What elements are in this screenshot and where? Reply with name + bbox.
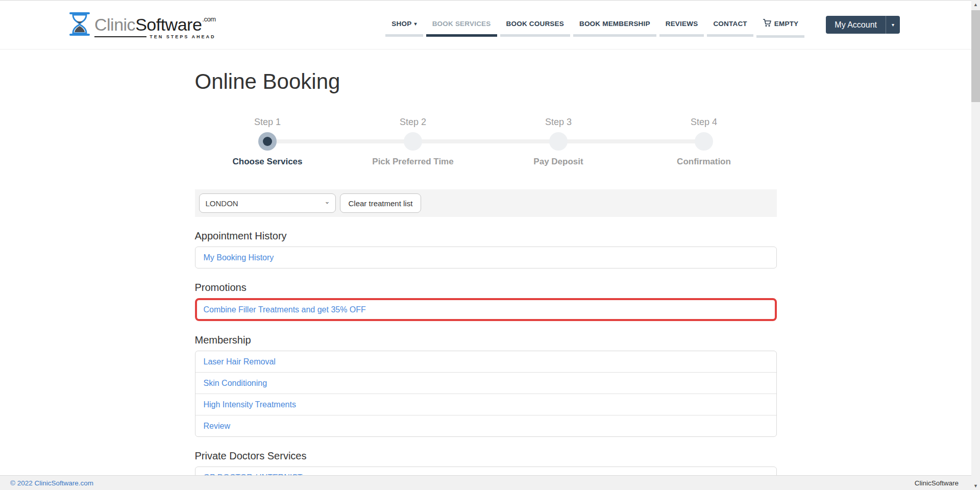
membership-heading: Membership xyxy=(195,333,777,347)
scroll-down-arrow-icon[interactable]: ▼ xyxy=(971,481,980,490)
nav-item-book-courses[interactable]: BOOK COURSES xyxy=(500,13,570,37)
list-item[interactable]: Review xyxy=(195,415,776,436)
logo-tld: .com xyxy=(202,15,215,23)
promotion-filler-link[interactable]: Combine Filler Treatments and get 35% OF… xyxy=(204,304,366,315)
list-item[interactable]: Skin Conditioning xyxy=(195,373,776,394)
high-intensity-treatments-link[interactable]: High Intensity Treatments xyxy=(204,399,296,410)
page-title: Online Booking xyxy=(195,50,777,93)
hourglass-icon xyxy=(69,12,90,38)
vertical-scrollbar[interactable]: ▲ ▼ xyxy=(971,0,980,490)
my-account-label[interactable]: My Account xyxy=(826,16,886,34)
step-3-pay-deposit: Step 3 Pay Deposit xyxy=(486,116,631,168)
nav-item-book-services[interactable]: BOOK SERVICES xyxy=(426,13,497,37)
nav-item-shop[interactable]: SHOP ▾ xyxy=(385,13,423,37)
scroll-up-arrow-icon[interactable]: ▲ xyxy=(971,0,980,9)
step-3-circle xyxy=(549,132,568,151)
review-link[interactable]: Review xyxy=(204,421,230,431)
main-content: Online Booking Step 1 Choose Services St… xyxy=(195,50,777,488)
logo-tagline: TEN STEPS AHEAD xyxy=(150,34,215,39)
appointment-history-heading: Appointment History xyxy=(195,229,777,242)
private-doctors-heading: Private Doctors Services xyxy=(195,449,777,462)
caret-down-icon: ▾ xyxy=(892,22,894,28)
promotions-box-highlighted: Combine Filler Treatments and get 35% OF… xyxy=(195,298,777,321)
booking-stepper: Step 1 Choose Services Step 2 Pick Prefe… xyxy=(195,116,777,168)
step-2-circle xyxy=(404,132,422,151)
my-booking-history-link[interactable]: My Booking History xyxy=(204,252,274,263)
step-4-confirmation: Step 4 Confirmation xyxy=(631,116,777,168)
logo-wordmark: ClinicSoftware.com xyxy=(94,10,215,34)
nav-item-contact[interactable]: CONTACT xyxy=(707,13,753,37)
scrollbar-thumb[interactable] xyxy=(971,10,980,102)
header: ClinicSoftware.com TEN STEPS AHEAD SHOP … xyxy=(0,1,971,50)
list-item[interactable]: Laser Hair Removal xyxy=(195,351,776,373)
nav-item-book-membership[interactable]: BOOK MEMBERSHIP xyxy=(573,13,656,37)
laser-hair-removal-link[interactable]: Laser Hair Removal xyxy=(204,356,276,367)
clinicsoftware-logo[interactable]: ClinicSoftware.com TEN STEPS AHEAD xyxy=(69,10,215,39)
location-select[interactable]: LONDON xyxy=(199,193,336,213)
promotions-heading: Promotions xyxy=(195,281,777,294)
main-nav: SHOP ▾ BOOK SERVICES BOOK COURSES BOOK M… xyxy=(385,12,804,38)
footer-copyright-link[interactable]: © 2022 ClinicSoftware.com xyxy=(10,479,93,487)
membership-box: Laser Hair Removal Skin Conditioning Hig… xyxy=(195,351,777,437)
step-2-pick-preferred-time: Step 2 Pick Preferred Time xyxy=(340,116,486,168)
footer: © 2022 ClinicSoftware.com ClinicSoftware xyxy=(0,475,980,490)
footer-brand: ClinicSoftware xyxy=(915,479,959,487)
appointment-history-box: My Booking History xyxy=(195,247,777,268)
step-4-circle xyxy=(695,132,713,151)
nav-item-reviews[interactable]: REVIEWS xyxy=(659,13,704,37)
caret-down-icon: ▾ xyxy=(414,21,416,27)
logo-divider xyxy=(94,36,146,37)
my-account-caret[interactable]: ▾ xyxy=(886,16,900,34)
clear-treatment-list-button[interactable]: Clear treatment list xyxy=(340,193,422,213)
cart-icon xyxy=(763,19,772,29)
my-account-button[interactable]: My Account ▾ xyxy=(826,16,900,34)
location-toolbar: LONDON ⌄ Clear treatment list xyxy=(195,189,777,217)
skin-conditioning-link[interactable]: Skin Conditioning xyxy=(204,378,267,388)
step-1-choose-services: Step 1 Choose Services xyxy=(195,116,340,168)
list-item[interactable]: Combine Filler Treatments and get 35% OF… xyxy=(197,300,775,319)
list-item[interactable]: My Booking History xyxy=(195,247,776,268)
list-item[interactable]: High Intensity Treatments xyxy=(195,394,776,415)
nav-item-cart[interactable]: EMPTY xyxy=(756,12,805,38)
step-1-circle xyxy=(258,132,277,151)
